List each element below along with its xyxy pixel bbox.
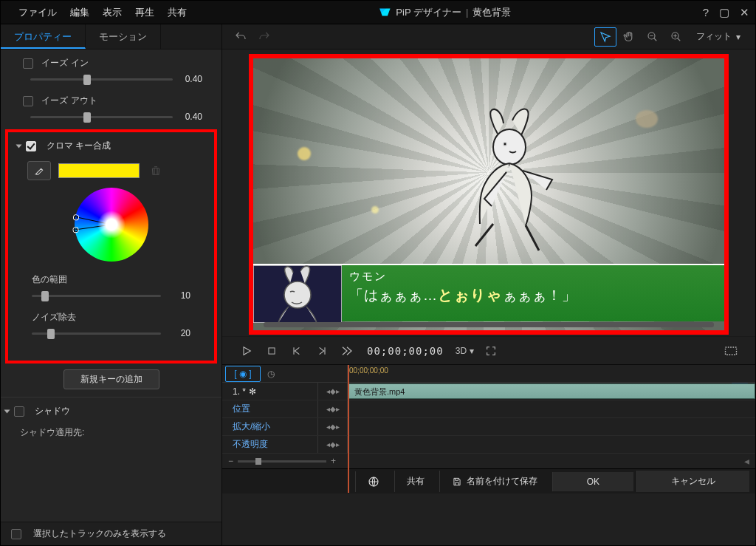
ease-in-slider[interactable] [30, 78, 173, 81]
document-name: 黄色背景 [472, 6, 511, 19]
fast-forward-button[interactable] [339, 343, 355, 359]
help-icon[interactable]: ? [703, 6, 709, 19]
footer-bar: 共有 名前を付けて保存 OK キャンセル [222, 468, 755, 494]
play-button[interactable] [238, 343, 255, 359]
timeline-time-mode[interactable]: ◷ [261, 369, 281, 379]
playhead[interactable] [348, 365, 349, 493]
save-as-button[interactable]: 名前を付けて保存 [439, 471, 549, 492]
opacity-keyframe-nav[interactable]: ◂◆▸ [318, 436, 348, 453]
tab-properties[interactable]: プロパティー [1, 24, 86, 49]
menu-play[interactable]: 再生 [135, 6, 154, 19]
fullscreen-button[interactable] [483, 343, 499, 359]
ease-out-checkbox[interactable] [23, 96, 33, 106]
preview-panel: フィット ▾ [222, 24, 755, 545]
timeline-keyframe-mode[interactable]: [ ◉ ] [225, 366, 261, 382]
track-scale-label[interactable]: 拡大/縮小 [222, 418, 318, 435]
app-name: PiP デザイナー [396, 6, 461, 19]
ease-in-checkbox[interactable] [23, 58, 33, 69]
share-button[interactable]: 共有 [394, 471, 436, 492]
svg-point-2 [493, 129, 526, 165]
clip-yellow-bg[interactable]: 黄色背景.mp4 [348, 383, 755, 399]
main-menu: ファイル 編集 表示 再生 共有 [7, 6, 187, 19]
color-range-slider[interactable] [32, 295, 161, 297]
ease-in-label: イーズ イン [41, 58, 88, 68]
shadow-title: シャドウ [35, 405, 70, 417]
delete-key-button[interactable] [147, 162, 165, 180]
safe-zone-button[interactable] [723, 343, 739, 359]
stop-button[interactable] [264, 343, 280, 359]
rabbit-character [441, 107, 574, 255]
undo-button[interactable] [230, 27, 252, 47]
color-wheel[interactable] [75, 188, 148, 262]
shadow-section-header[interactable]: シャドウ [1, 402, 221, 422]
svg-rect-6 [269, 347, 275, 353]
chroma-color-swatch[interactable] [58, 163, 140, 178]
preview-progress-bar[interactable] [264, 322, 714, 327]
redo-button[interactable] [253, 27, 275, 47]
app-logo-icon [378, 7, 391, 18]
properties-panel: プロパティー モーション イーズ イン 0.40 イーズ アウト [1, 24, 222, 545]
caption-line: 「はぁぁぁ…とぉりゃぁぁぁ！」 [349, 285, 717, 305]
menu-file[interactable]: ファイル [18, 6, 57, 19]
track1-keyframe-nav[interactable]: ◂◆▸ [318, 383, 348, 400]
opacity-lane[interactable] [348, 436, 755, 453]
timecode-display[interactable]: 00;00;00;00 [364, 345, 447, 357]
color-range-value: 10 [161, 290, 190, 301]
zoom-in-button[interactable] [665, 27, 687, 47]
svg-rect-7 [726, 347, 737, 355]
maximize-icon[interactable]: ▢ [719, 6, 729, 19]
tab-motion[interactable]: モーション [86, 24, 161, 49]
window-title: PiP デザイナー | 黄色背景 [187, 6, 703, 19]
chevron-down-icon: ▾ [736, 32, 740, 42]
scale-keyframe-nav[interactable]: ◂◆▸ [318, 418, 348, 435]
video-caption-bar: ウモン 「はぁぁぁ…とぉりゃぁぁぁ！」 [253, 264, 724, 321]
timeline-zoom-slider[interactable] [238, 460, 326, 463]
window-controls: ? ▢ ✕ [703, 6, 749, 19]
next-frame-button[interactable] [314, 343, 330, 359]
shadow-enable-checkbox[interactable] [14, 406, 24, 417]
titlebar: ファイル 編集 表示 再生 共有 PiP デザイナー | 黄色背景 ? ▢ ✕ [1, 1, 755, 24]
timeline-zoom-out[interactable]: − [228, 456, 233, 466]
track-opacity-label[interactable]: 不透明度 [222, 436, 318, 453]
eyedropper-icon [33, 165, 45, 177]
scale-lane[interactable] [348, 418, 755, 435]
shadow-apply-label: シャドウ適用先: [1, 422, 221, 443]
position-keyframe-nav[interactable]: ◂◆▸ [318, 400, 348, 417]
caption-speaker: ウモン [349, 270, 717, 284]
denoise-label: ノイズ除去 [13, 308, 210, 325]
chroma-section-header[interactable]: クロマ キー合成 [13, 137, 210, 157]
menu-edit[interactable]: 編集 [70, 6, 89, 19]
menu-share[interactable]: 共有 [168, 6, 187, 19]
svg-point-3 [504, 143, 506, 146]
ease-out-slider[interactable] [30, 116, 173, 118]
timeline-zoom-in[interactable]: + [331, 456, 336, 466]
preview-video-area[interactable]: ウモン 「はぁぁぁ…とぉりゃぁぁぁ！」 [253, 58, 724, 330]
chroma-title: クロマ キー合成 [47, 140, 111, 152]
close-icon[interactable]: ✕ [740, 6, 749, 19]
globe-button[interactable] [355, 471, 391, 492]
zoom-out-button[interactable] [642, 27, 664, 47]
track-position-label[interactable]: 位置 [222, 400, 318, 417]
3d-toggle[interactable]: 3D▾ [456, 346, 474, 356]
show-selected-only-checkbox[interactable] [11, 529, 21, 539]
color-range-label: 色の範囲 [13, 270, 210, 287]
timeline-ruler[interactable]: 00;00;00;00 [348, 365, 755, 382]
zoom-fit-dropdown[interactable]: フィット ▾ [689, 30, 748, 43]
hand-tool-button[interactable] [618, 27, 640, 47]
move-tool-button[interactable] [594, 27, 616, 47]
ease-in-value: 0.40 [173, 74, 202, 84]
denoise-slider[interactable] [32, 332, 161, 335]
trash-icon [150, 165, 162, 177]
ease-out-label: イーズ アウト [41, 95, 97, 106]
ok-button[interactable]: OK [552, 472, 633, 491]
track1-label[interactable]: 1. *✻ [222, 383, 318, 400]
prev-frame-button[interactable] [289, 343, 305, 359]
menu-view[interactable]: 表示 [103, 6, 122, 19]
timeline-scroll-left[interactable]: ◂ [744, 455, 749, 467]
cancel-button[interactable]: キャンセル [636, 471, 749, 492]
eyedropper-button[interactable] [27, 161, 51, 180]
chroma-enable-checkbox[interactable] [26, 141, 36, 151]
position-lane[interactable] [348, 400, 755, 417]
ease-out-value: 0.40 [173, 112, 202, 122]
add-new-key-button[interactable]: 新規キーの追加 [63, 369, 159, 389]
